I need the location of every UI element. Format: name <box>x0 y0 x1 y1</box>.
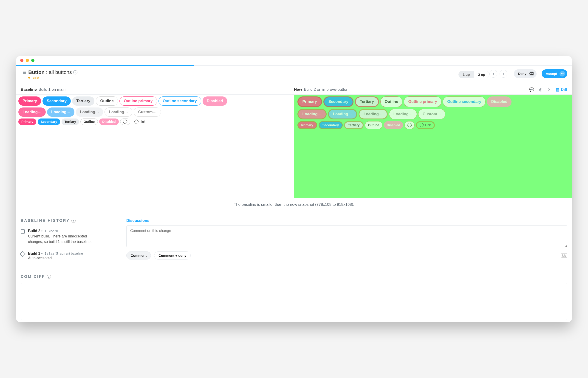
list-icon[interactable]: ☰ <box>23 70 26 75</box>
accept-shortcut-icon: ↩ <box>560 71 565 77</box>
btn-sm-link: Link <box>416 121 435 129</box>
btn-outline-primary: Outline primary <box>119 96 157 106</box>
btn-sm-secondary: Secondary <box>38 119 60 125</box>
btn-disabled: Disabled <box>203 96 227 106</box>
btn-sm-outline: Outline <box>365 121 383 129</box>
help-icon[interactable]: ? <box>47 275 51 279</box>
prev-change-button[interactable]: ‹ <box>490 70 497 78</box>
btn-loading-primary: Loading… <box>298 109 327 120</box>
btn-secondary: Secondary <box>42 96 71 106</box>
accept-button-label: Accept <box>546 72 557 76</box>
btn-sm-outline: Outline <box>80 119 98 125</box>
lower-section: BASELINE HISTORY ? Build 2 • 107be20 Cur… <box>16 211 572 268</box>
dom-diff-section: DOM DIFF ? <box>16 268 572 322</box>
diff-label: Diff <box>561 87 567 92</box>
btn-loading-primary: Loading… <box>18 108 46 117</box>
btn-custom: Custom… <box>418 109 445 120</box>
diff-toggle[interactable]: ▤ Diff <box>556 87 567 92</box>
btn-outline-primary: Outline primary <box>404 96 441 107</box>
btn-sm-tertiary: Tertiary <box>62 119 79 125</box>
page-title-strong: Button <box>28 69 44 75</box>
history-builds: Build 2 • 107be20 Current build. There a… <box>21 228 117 266</box>
comment-actions: Comment Comment + deny M↓ <box>126 251 567 259</box>
btn-sm-linkicon <box>120 119 130 125</box>
window-close-icon[interactable] <box>20 59 23 62</box>
build-tag: current baseline <box>60 252 83 255</box>
snapshot-tools: 💬 ◎ ✕ ▤ Diff <box>529 87 567 92</box>
chat-icon[interactable]: 💬 <box>529 87 534 92</box>
deny-shortcut-icon: ⌫ <box>529 71 534 77</box>
link-icon <box>134 119 139 124</box>
comment-button[interactable]: Comment <box>126 251 151 259</box>
btn-loading-tertiary: Loading… <box>358 109 388 120</box>
chevron-left-icon[interactable]: ‹ <box>21 70 22 75</box>
history-build-2[interactable]: Build 2 • 107be20 Current build. There a… <box>21 228 117 250</box>
next-change-button[interactable]: › <box>500 70 507 78</box>
page-title: Button : all buttons <box>28 69 77 75</box>
build-desc: Current build. There are unaccepted chan… <box>28 234 97 244</box>
build-hash: 1e8aaf5 <box>44 252 58 255</box>
btn-sm-primary: Primary <box>18 119 36 125</box>
discussion-panel: Discussions Comment Comment + deny M↓ <box>126 218 567 266</box>
btn-loading-secondary: Loading… <box>47 108 74 117</box>
btn-sm-primary: Primary <box>298 121 317 129</box>
baseline-row-3: Primary Secondary Tertiary Outline Disab… <box>16 118 294 126</box>
page-title-wrap: Button : all buttons Build <box>28 69 77 80</box>
btn-sm-linkicon <box>404 121 415 129</box>
expand-icon[interactable] <box>73 70 77 74</box>
page-header: ‹ ☰ Button : all buttons Build 1 up 2 up… <box>16 66 572 84</box>
layout-toggle: 1 up 2 up <box>458 71 490 78</box>
btn-primary: Primary <box>298 96 322 107</box>
window-titlebar <box>16 56 572 65</box>
history-title: BASELINE HISTORY ? <box>21 218 117 223</box>
build-hash: 107be20 <box>44 229 58 233</box>
btn-primary: Primary <box>18 96 41 106</box>
window-zoom-icon[interactable] <box>31 59 34 62</box>
new-row-3: Primary Secondary Tertiary Outline Disab… <box>294 120 572 130</box>
new-snapshot: Primary Secondary Tertiary Outline Outli… <box>294 94 572 198</box>
btn-sm-secondary: Secondary <box>319 121 343 129</box>
comment-input[interactable] <box>126 225 567 247</box>
new-row-2: Loading… Loading… Loading… Loading… Cust… <box>294 108 572 120</box>
layout-toggle-1up[interactable]: 1 up <box>459 71 474 78</box>
baseline-subtitle: Build 1 on main <box>39 87 66 92</box>
page-subtitle-label: Build <box>31 76 39 80</box>
layout-toggle-2up[interactable]: 2 up <box>474 71 489 78</box>
snapshot-panels: Primary Secondary Tertiary Outline Outli… <box>16 94 572 198</box>
dom-diff-title: DOM DIFF ? <box>21 274 567 279</box>
accept-button[interactable]: Accept ↩ <box>542 69 567 78</box>
build-marker-icon <box>20 251 26 257</box>
window-minimize-icon[interactable] <box>26 59 29 62</box>
link-icon <box>407 122 412 128</box>
snapshot-columns-header: Baseline Build 1 on main New Build 2 on … <box>16 84 572 94</box>
ignore-icon[interactable]: ✕ <box>547 87 551 92</box>
help-icon[interactable]: ? <box>71 219 76 223</box>
history-build-1[interactable]: Build 1 • 1e8aaf5 current baseline Auto-… <box>21 250 117 266</box>
discussions-tab[interactable]: Discussions <box>126 218 567 225</box>
deny-button[interactable]: Deny ⌫ <box>514 69 536 78</box>
page-title-rest: : all buttons <box>46 69 72 75</box>
btn-outline: Outline <box>380 96 403 107</box>
btn-sm-disabled: Disabled <box>99 119 119 125</box>
btn-outline-secondary: Outline secondary <box>443 96 486 107</box>
deny-button-label: Deny <box>518 72 526 76</box>
btn-loading-outline: Loading… <box>389 109 417 120</box>
new-row-1: Primary Secondary Tertiary Outline Outli… <box>294 95 572 108</box>
diff-icon: ▤ <box>556 87 560 92</box>
new-title: New <box>294 87 302 92</box>
btn-tertiary: Tertiary <box>355 96 379 107</box>
dom-diff-panel <box>21 283 567 320</box>
link-icon <box>123 119 128 124</box>
build-name: Build 2 <box>28 229 40 233</box>
baseline-row-2: Loading… Loading… Loading… Loading… Cust… <box>16 107 294 118</box>
btn-sm-disabled: Disabled <box>384 121 403 129</box>
btn-tertiary: Tertiary <box>72 96 95 106</box>
new-subtitle: Build 2 on improve-button <box>304 87 348 92</box>
focus-icon[interactable]: ◎ <box>539 87 543 92</box>
build-desc: Auto-accepted <box>28 256 83 260</box>
baseline-title: Baseline <box>21 87 37 92</box>
markdown-badge: M↓ <box>561 253 567 258</box>
baseline-row-1: Primary Secondary Tertiary Outline Outli… <box>16 95 294 107</box>
comment-deny-button[interactable]: Comment + deny <box>154 251 191 259</box>
btn-custom: Custom… <box>134 108 161 117</box>
